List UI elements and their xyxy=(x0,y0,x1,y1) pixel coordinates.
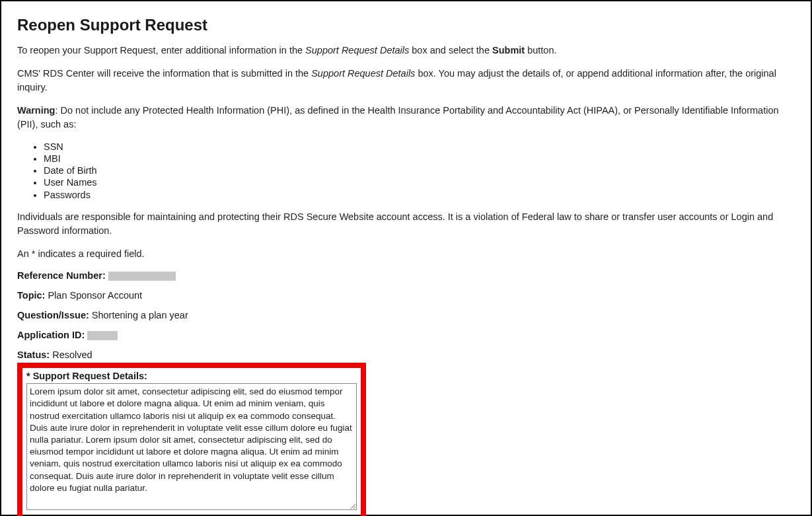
field-status: Status: Resolved xyxy=(17,350,795,360)
intro1-bold: Submit xyxy=(492,45,525,55)
intro2-pre: CMS' RDS Center will receive the informa… xyxy=(17,68,311,79)
field-application-id: Application ID: xyxy=(17,330,795,340)
phi-item: MBI xyxy=(44,153,795,165)
reference-value-redacted xyxy=(108,272,176,281)
intro1-pre: To reopen your Support Request, enter ad… xyxy=(17,45,305,55)
question-label: Question/Issue: xyxy=(17,310,89,320)
required-note: An * indicates a required field. xyxy=(17,247,795,261)
field-question-issue: Question/Issue: Shortening a plan year xyxy=(17,310,795,320)
intro-paragraph-1: To reopen your Support Request, enter ad… xyxy=(17,44,795,57)
intro-paragraph-2: CMS' RDS Center will receive the informa… xyxy=(17,67,795,94)
page-title: Reopen Support Request xyxy=(17,16,795,34)
appid-label: Application ID: xyxy=(17,330,85,340)
phi-item: Passwords xyxy=(44,189,795,201)
field-topic: Topic: Plan Sponsor Account xyxy=(17,290,795,301)
topic-value: Plan Sponsor Account xyxy=(45,290,142,301)
status-label: Status: xyxy=(17,350,50,360)
phi-item: User Names xyxy=(44,176,795,188)
question-value: Shortening a plan year xyxy=(89,310,188,320)
phi-item: Date of Birth xyxy=(44,165,795,176)
phi-list: SSN MBI Date of Birth User Names Passwor… xyxy=(17,141,795,201)
support-request-details-textarea[interactable] xyxy=(26,383,357,510)
status-value: Resolved xyxy=(50,350,92,360)
details-label: * Support Request Details: xyxy=(26,371,357,381)
topic-label: Topic: xyxy=(17,290,45,301)
responsibility-text: Individuals are responsible for maintain… xyxy=(17,210,795,238)
appid-value-redacted xyxy=(87,331,118,340)
details-highlight: * Support Request Details: xyxy=(17,363,366,516)
warning-label: Warning xyxy=(17,105,55,116)
intro2-italic: Support Request Details xyxy=(311,68,415,79)
intro1-mid: box and select the xyxy=(409,45,492,55)
intro1-post: button. xyxy=(525,45,556,55)
reference-label: Reference Number: xyxy=(17,270,106,281)
phi-item: SSN xyxy=(44,141,795,153)
field-reference-number: Reference Number: xyxy=(17,270,795,281)
page-frame: Reopen Support Request To reopen your Su… xyxy=(0,0,812,516)
warning-text: : Do not include any Protected Health In… xyxy=(17,105,779,129)
intro1-italic: Support Request Details xyxy=(305,45,409,55)
warning-paragraph: Warning: Do not include any Protected He… xyxy=(17,104,795,131)
